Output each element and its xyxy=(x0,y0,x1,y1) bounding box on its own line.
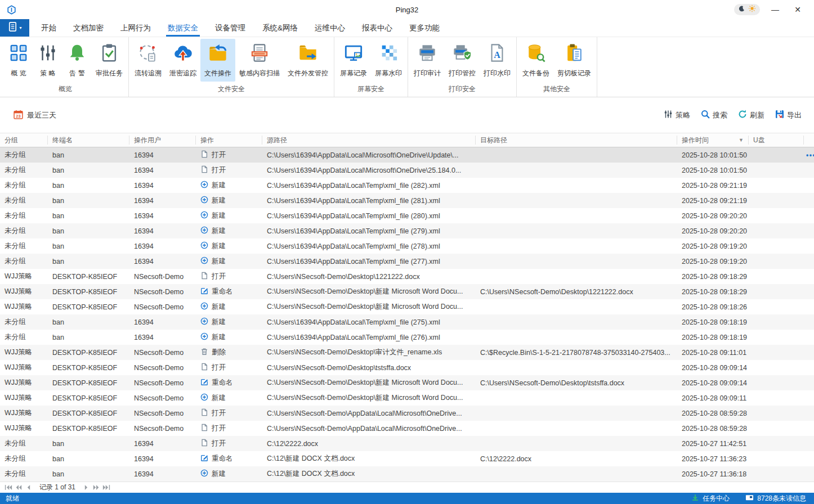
ribbon-button-print-audit[interactable]: 打印审计 xyxy=(410,39,445,82)
column-header-label: U盘 xyxy=(753,136,765,145)
table-row[interactable]: 未分组ban16394新建C:\12\新建 DOCX 文档.docx2025-1… xyxy=(0,466,814,482)
table-row[interactable]: WJJ策略DESKTOP-K85IEOFNSecsoft-Demo删除C:\Us… xyxy=(0,345,814,360)
search-button[interactable]: 搜索 xyxy=(701,110,727,120)
ribbon-button-sensitive-scan[interactable]: 敏感内容扫描 xyxy=(235,39,284,82)
cell-target-path: C:\Users\NSecsoft-Demo\Desktop\tstsffa.d… xyxy=(476,379,677,387)
close-button[interactable]: ✕ xyxy=(790,3,805,16)
tab-start[interactable]: 开始 xyxy=(33,19,65,37)
prev-page-button[interactable] xyxy=(24,483,34,492)
tab-doc-encryption[interactable]: 文档加密 xyxy=(65,19,112,37)
filter-dropdown-icon[interactable]: ▼ xyxy=(739,136,744,145)
app-menu-button[interactable]: ▾ xyxy=(0,19,29,37)
moon-icon xyxy=(738,4,745,15)
ribbon-button-print-control[interactable]: 打印管控 xyxy=(445,39,480,82)
ribbon-button-clipboard-records[interactable]: 剪切板记录 xyxy=(553,39,595,82)
cell-terminal: ban xyxy=(48,318,129,326)
table-row[interactable]: 未分组ban16394打开C:\12\2222.docx2025-10-27 1… xyxy=(0,436,814,451)
cell-operation: 删除 xyxy=(196,348,262,357)
column-header-terminal[interactable]: 终端名 xyxy=(48,136,129,145)
table-row[interactable]: 未分组ban16394新建C:\Users\16394\AppData\Loca… xyxy=(0,208,814,223)
table-row[interactable]: WJJ策略DESKTOP-K85IEOFNSecsoft-Demo重命名C:\U… xyxy=(0,284,814,299)
table-row[interactable]: 未分组ban16394打开C:\Users\16394\AppData\Loca… xyxy=(0,147,814,163)
cell-target-path: C:\12\2222.docx xyxy=(476,455,677,463)
row-actions-menu[interactable]: ••• xyxy=(806,151,814,159)
column-header-operation[interactable]: 操作 xyxy=(196,136,262,145)
cell-terminal: DESKTOP-K85IEOF xyxy=(48,303,129,311)
operation-label: 打开 xyxy=(212,424,226,433)
ribbon-button-alert[interactable]: 告 警 xyxy=(62,39,92,82)
table-row[interactable]: WJJ策略DESKTOP-K85IEOFNSecsoft-Demo新建C:\Us… xyxy=(0,390,814,406)
operation-label: 打开 xyxy=(212,439,226,448)
table-row[interactable]: 未分组ban16394新建C:\Users\16394\AppData\Loca… xyxy=(0,238,814,254)
table-row[interactable]: WJJ策略DESKTOP-K85IEOFNSecsoft-Demo打开C:\Us… xyxy=(0,269,814,284)
ribbon-button-print-watermark[interactable]: A打印水印 xyxy=(480,39,515,82)
ribbon-group-buttons: 概 览策 略告 警审批任务 xyxy=(4,39,127,84)
open-doc-icon xyxy=(200,272,208,281)
refresh-button[interactable]: 刷新 xyxy=(738,110,764,120)
unread-messages-button[interactable]: 8728条未读信息 xyxy=(745,493,806,503)
table-row[interactable]: 未分组ban16394新建C:\Users\16394\AppData\Loca… xyxy=(0,223,814,238)
table-row[interactable]: WJJ策略DESKTOP-K85IEOFNSecsoft-Demo重命名C:\U… xyxy=(0,375,814,390)
ribbon-button-file-outgoing-control[interactable]: 文件外发管控 xyxy=(284,39,332,82)
column-header-user[interactable]: 操作用户 xyxy=(129,136,196,145)
column-header-time[interactable]: 操作时间▼ xyxy=(677,136,749,145)
task-center-button[interactable]: 任务中心 xyxy=(691,493,730,503)
cell-group: 未分组 xyxy=(0,181,48,190)
policy-button[interactable]: 策略 xyxy=(664,110,690,120)
tab-report-center[interactable]: 报表中心 xyxy=(354,19,401,37)
operation-label: 重命名 xyxy=(212,287,233,296)
cell-user: 16394 xyxy=(129,182,196,190)
fast-prev-button[interactable] xyxy=(14,483,24,492)
ribbon-button-screen-recording[interactable]: 屏幕记录 xyxy=(336,39,371,82)
ribbon-button-flow-trace[interactable]: 流转追溯 xyxy=(131,39,166,82)
date-range-filter[interactable]: 23 最近三天 xyxy=(14,110,56,121)
export-button[interactable]: 导出 xyxy=(775,110,802,120)
cell-group: 未分组 xyxy=(0,256,48,266)
new-plus-icon xyxy=(200,241,208,251)
ribbon-button-approval-tasks[interactable]: 审批任务 xyxy=(92,39,127,82)
table-row[interactable]: WJJ策略DESKTOP-K85IEOFNSecsoft-Demo打开C:\Us… xyxy=(0,421,814,436)
cell-terminal: DESKTOP-K85IEOF xyxy=(48,364,129,372)
table-row[interactable]: 未分组ban16394打开C:\Users\16394\AppData\Loca… xyxy=(0,163,814,178)
first-page-button[interactable] xyxy=(3,483,14,492)
table-row[interactable]: 未分组ban16394新建C:\Users\16394\AppData\Loca… xyxy=(0,178,814,193)
tab-system-network[interactable]: 系统&网络 xyxy=(254,19,306,37)
table-row[interactable]: 未分组ban16394新建C:\Users\16394\AppData\Loca… xyxy=(0,193,814,208)
column-header-usb[interactable]: U盘 xyxy=(749,136,804,145)
table-row[interactable]: WJJ策略DESKTOP-K85IEOFNSecsoft-Demo打开C:\Us… xyxy=(0,406,814,421)
table-row[interactable]: 未分组ban16394新建C:\Users\16394\AppData\Loca… xyxy=(0,330,814,345)
fast-next-button[interactable] xyxy=(91,483,101,492)
sensitive-scan-icon xyxy=(250,43,269,65)
cell-operation: 新建 xyxy=(196,211,262,220)
table-row[interactable]: 未分组ban16394新建C:\Users\16394\AppData\Loca… xyxy=(0,254,814,269)
tab-web-behavior[interactable]: 上网行为 xyxy=(112,19,159,37)
tab-data-security[interactable]: 数据安全 xyxy=(159,19,207,37)
last-page-button[interactable] xyxy=(101,483,111,492)
ribbon-button-file-backup[interactable]: 文件备份 xyxy=(518,39,553,82)
ribbon-button-file-operations[interactable]: 文件操作 xyxy=(200,39,235,82)
next-page-button[interactable] xyxy=(81,483,91,492)
cell-source-path: C:\Users\16394\AppData\Local\Temp\xml_fi… xyxy=(262,242,476,250)
new-plus-icon xyxy=(200,393,208,403)
tab-ops-center[interactable]: 运维中心 xyxy=(306,19,354,37)
ribbon-button-screen-watermark[interactable]: 屏幕水印 xyxy=(371,39,406,82)
table-row[interactable]: WJJ策略DESKTOP-K85IEOFNSecsoft-Demo新建C:\Us… xyxy=(0,299,814,314)
ribbon-button-overview[interactable]: 概 览 xyxy=(4,39,33,82)
ribbon-button-leak-tracking[interactable]: 泄密追踪 xyxy=(166,39,200,82)
tab-more-features[interactable]: 更多功能 xyxy=(401,19,448,37)
table-header: 分组终端名操作用户操作源路径目标路径操作时间▼U盘 xyxy=(0,133,814,147)
column-header-group[interactable]: 分组 xyxy=(0,136,48,145)
table-row[interactable]: WJJ策略DESKTOP-K85IEOFNSecsoft-Demo打开C:\Us… xyxy=(0,360,814,375)
minimize-button[interactable]: — xyxy=(768,3,782,16)
column-header-target-path[interactable]: 目标路径 xyxy=(476,136,677,145)
operation-label: 删除 xyxy=(212,348,226,357)
table-row[interactable]: 未分组ban16394新建C:\Users\16394\AppData\Loca… xyxy=(0,314,814,330)
operation-label: 新建 xyxy=(212,302,226,312)
cell-time: 2025-10-28 09:09:11 xyxy=(677,394,749,402)
tab-device-management[interactable]: 设备管理 xyxy=(207,19,254,37)
theme-toggle[interactable] xyxy=(734,4,760,15)
table-row[interactable]: 未分组ban16394重命名C:\12\新建 DOCX 文档.docxC:\12… xyxy=(0,451,814,466)
ribbon-button-policy[interactable]: 策 略 xyxy=(33,39,62,82)
operation-label: 打开 xyxy=(212,408,226,418)
column-header-source-path[interactable]: 源路径 xyxy=(262,136,476,145)
